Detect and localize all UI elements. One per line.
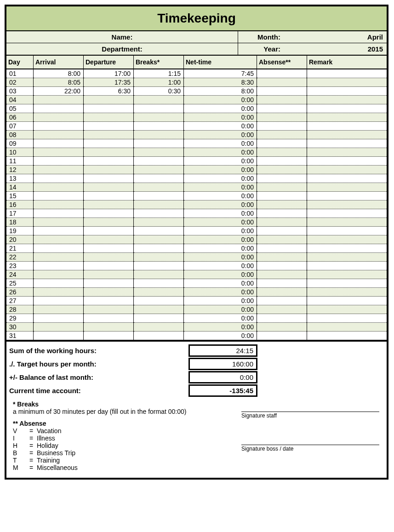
cell-arrival[interactable] [34,113,84,122]
cell-breaks[interactable] [134,183,184,192]
cell-arrival[interactable] [34,218,84,227]
cell-breaks[interactable] [134,279,184,288]
cell-nettime[interactable]: 0:00 [184,183,257,192]
cell-day[interactable]: 07 [6,122,34,131]
cell-nettime[interactable]: 0:00 [184,323,257,332]
cell-day[interactable]: 12 [6,166,34,174]
cell-absense[interactable] [257,227,307,235]
cell-breaks[interactable] [134,305,184,314]
cell-absense[interactable] [257,288,307,297]
cell-departure[interactable] [84,227,134,235]
cell-nettime[interactable]: 0:00 [184,253,257,262]
cell-remark[interactable] [307,235,387,244]
cell-remark[interactable] [307,78,387,87]
cell-absense[interactable] [257,262,307,270]
cell-nettime[interactable]: 8:00 [184,87,257,96]
cell-breaks[interactable] [134,235,184,244]
cell-day[interactable]: 01 [6,69,34,78]
cell-breaks[interactable] [134,297,184,305]
cell-remark[interactable] [307,113,387,122]
cell-absense[interactable] [257,218,307,227]
cell-remark[interactable] [307,200,387,209]
cell-absense[interactable] [257,332,307,341]
cell-nettime[interactable]: 0:00 [184,297,257,305]
cell-arrival[interactable] [34,244,84,253]
cell-day[interactable]: 04 [6,96,34,104]
cell-remark[interactable] [307,131,387,139]
cell-nettime[interactable]: 0:00 [184,305,257,314]
cell-nettime[interactable]: 0:00 [184,209,257,218]
cell-departure[interactable]: 17:35 [84,78,134,87]
cell-day[interactable]: 18 [6,218,34,227]
cell-arrival[interactable] [34,227,84,235]
cell-departure[interactable] [84,235,134,244]
cell-departure[interactable] [84,262,134,270]
cell-breaks[interactable]: 1:15 [134,69,184,78]
cell-absense[interactable] [257,131,307,139]
cell-departure[interactable] [84,157,134,166]
cell-breaks[interactable]: 0:30 [134,87,184,96]
cell-arrival[interactable] [34,323,84,332]
cell-arrival[interactable] [34,297,84,305]
cell-breaks[interactable] [134,104,184,113]
cell-absense[interactable] [257,279,307,288]
cell-departure[interactable]: 17:00 [84,69,134,78]
cell-departure[interactable] [84,305,134,314]
cell-breaks[interactable] [134,96,184,104]
cell-day[interactable]: 20 [6,235,34,244]
cell-departure[interactable] [84,148,134,157]
cell-nettime[interactable]: 0:00 [184,122,257,131]
cell-absense[interactable] [257,96,307,104]
cell-arrival[interactable] [34,148,84,157]
cell-nettime[interactable]: 0:00 [184,314,257,323]
cell-remark[interactable] [307,166,387,174]
cell-absense[interactable] [257,323,307,332]
cell-nettime[interactable]: 0:00 [184,288,257,297]
cell-remark[interactable] [307,157,387,166]
cell-departure[interactable] [84,139,134,148]
cell-absense[interactable] [257,192,307,200]
cell-breaks[interactable] [134,192,184,200]
cell-day[interactable]: 08 [6,131,34,139]
cell-day[interactable]: 17 [6,209,34,218]
cell-breaks[interactable] [134,218,184,227]
cell-arrival[interactable] [34,122,84,131]
cell-arrival[interactable] [34,288,84,297]
cell-absense[interactable] [257,113,307,122]
cell-day[interactable]: 16 [6,200,34,209]
cell-day[interactable]: 19 [6,227,34,235]
cell-nettime[interactable]: 0:00 [184,139,257,148]
cell-departure[interactable] [84,244,134,253]
cell-breaks[interactable] [134,139,184,148]
cell-remark[interactable] [307,218,387,227]
cell-day[interactable]: 24 [6,270,34,279]
cell-breaks[interactable] [134,270,184,279]
cell-absense[interactable] [257,305,307,314]
cell-remark[interactable] [307,96,387,104]
cell-departure[interactable] [84,288,134,297]
cell-breaks[interactable] [134,113,184,122]
cell-remark[interactable] [307,227,387,235]
cell-remark[interactable] [307,148,387,157]
cell-departure[interactable] [84,270,134,279]
cell-departure[interactable] [84,96,134,104]
cell-remark[interactable] [307,87,387,96]
cell-arrival[interactable] [34,157,84,166]
cell-arrival[interactable] [34,262,84,270]
cell-day[interactable]: 30 [6,323,34,332]
cell-remark[interactable] [307,122,387,131]
cell-breaks[interactable] [134,262,184,270]
cell-breaks[interactable] [134,288,184,297]
cell-nettime[interactable]: 0:00 [184,262,257,270]
cell-nettime[interactable]: 0:00 [184,192,257,200]
cell-breaks[interactable]: 1:00 [134,78,184,87]
cell-breaks[interactable] [134,253,184,262]
cell-absense[interactable] [257,297,307,305]
cell-departure[interactable] [84,209,134,218]
cell-remark[interactable] [307,139,387,148]
cell-departure[interactable] [84,253,134,262]
cell-departure[interactable] [84,183,134,192]
cell-day[interactable]: 10 [6,148,34,157]
cell-day[interactable]: 09 [6,139,34,148]
cell-day[interactable]: 06 [6,113,34,122]
